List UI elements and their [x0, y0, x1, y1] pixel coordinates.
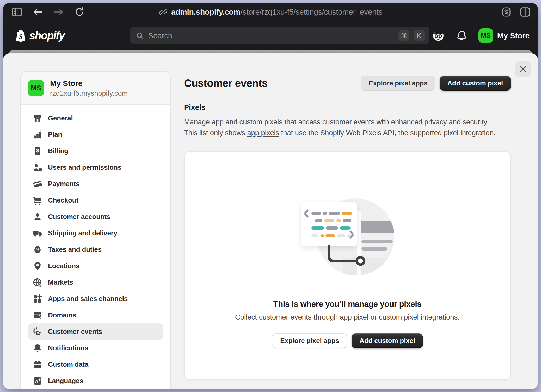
sidebar-item-label: Customer accounts — [48, 213, 110, 221]
custom-data-icon — [32, 359, 43, 370]
explore-pixel-apps-button-card[interactable]: Explore pixel apps — [272, 333, 347, 348]
sidebar-item-languages[interactable]: A Languages — [28, 373, 163, 389]
cmd-key-badge: ⌘ — [398, 30, 409, 41]
pixels-description: Manage app and custom pixels that access… — [184, 117, 511, 138]
pixels-empty-state-card: This is where you’ll manage your pixels … — [184, 151, 511, 380]
shipping-icon — [32, 228, 43, 238]
store-avatar: MS — [28, 80, 44, 96]
sidebar-toggle-icon[interactable] — [11, 6, 23, 18]
locations-icon — [32, 261, 43, 271]
plan-icon — [32, 130, 43, 140]
sidebar-item-label: General — [48, 114, 73, 122]
pixels-heading: Pixels — [184, 103, 511, 112]
notifications-icon — [32, 343, 43, 353]
sidebar-item-label: Custom data — [48, 360, 88, 369]
browser-toolbar: admin.shopify.com/store/rzq1xu-f5/settin… — [3, 3, 538, 21]
apps-icon — [32, 294, 43, 304]
svg-text:%: % — [36, 248, 39, 252]
sidebar-item-domains[interactable]: Domains — [28, 307, 163, 323]
domains-icon — [32, 310, 43, 321]
browser-window: admin.shopify.com/store/rzq1xu-f5/settin… — [3, 3, 538, 389]
customer-events-icon — [32, 327, 43, 337]
sidebar-item-billing[interactable]: $ Billing — [28, 143, 163, 159]
sidebar-item-users[interactable]: Users and permissions — [28, 159, 163, 176]
sidebar-item-shipping[interactable]: Shipping and delivery — [28, 225, 163, 241]
search-input[interactable]: Search ⌘ K — [130, 27, 429, 44]
users-icon — [32, 162, 43, 173]
logo-wordmark: shopify — [29, 29, 64, 42]
sidebar-item-taxes[interactable]: % Taxes and duties — [28, 241, 163, 258]
settings-sidebar: MS My Store rzq1xu-f5.myshopify.com Gene… — [20, 71, 171, 389]
svg-text:A: A — [35, 379, 38, 384]
browser-controls-icon[interactable] — [500, 6, 512, 18]
sidebar-item-label: Notifications — [48, 344, 88, 352]
main-content: Customer events Explore pixel apps Add c… — [184, 76, 511, 380]
close-button[interactable] — [515, 61, 531, 77]
billing-icon: $ — [32, 146, 43, 156]
sidebar-item-locations[interactable]: Locations — [28, 258, 163, 274]
account-menu[interactable]: MS My Store — [478, 28, 530, 43]
split-view-icon[interactable] — [519, 6, 531, 18]
store-card[interactable]: MS My Store rzq1xu-f5.myshopify.com — [21, 72, 170, 105]
shopify-logo[interactable]: S shopify — [15, 29, 64, 42]
search-placeholder: Search — [148, 32, 394, 40]
pixels-illustration — [298, 195, 397, 283]
sidebar-item-label: Customer events — [48, 328, 102, 336]
svg-text:$: $ — [39, 283, 42, 288]
sidebar-item-apps[interactable]: Apps and sales channels — [28, 291, 163, 307]
sidebar-item-label: Shipping and delivery — [48, 229, 117, 237]
empty-state-title: This is where you’ll manage your pixels — [273, 299, 421, 309]
sidebar-item-notifications[interactable]: Notifications — [28, 340, 163, 356]
sidebar-item-markets[interactable]: $ Markets — [28, 274, 163, 291]
sidebar-item-customer-accounts[interactable]: Customer accounts — [28, 209, 163, 225]
explore-pixel-apps-button[interactable]: Explore pixel apps — [361, 76, 435, 91]
markets-icon: $ — [32, 277, 43, 288]
store-name: My Store — [50, 79, 128, 88]
description-line2-prefix: This list only shows — [184, 129, 247, 137]
sidebar-item-label: Taxes and duties — [48, 246, 102, 254]
search-icon — [136, 32, 144, 40]
admin-header: S shopify Search ⌘ K MS My Store — [3, 21, 538, 50]
description-line1: Manage app and custom pixels that access… — [184, 118, 489, 126]
settings-modal: MS My Store rzq1xu-f5.myshopify.com Gene… — [3, 53, 538, 389]
app-pixels-link[interactable]: app pixels — [247, 129, 279, 137]
customer-accounts-icon — [32, 212, 43, 222]
sidekick-icon[interactable] — [432, 29, 445, 42]
sidebar-item-label: Apps and sales channels — [48, 295, 128, 303]
add-custom-pixel-button[interactable]: Add custom pixel — [440, 76, 511, 91]
sidebar-item-label: Billing — [48, 147, 68, 155]
checkout-icon — [32, 195, 43, 206]
store-domain: rzq1xu-f5.myshopify.com — [50, 89, 128, 97]
url-domain: admin.shopify.com — [171, 8, 241, 16]
taxes-icon: % — [32, 244, 43, 255]
sidebar-item-label: Plan — [48, 131, 62, 139]
sidebar-item-payments[interactable]: Payments — [28, 176, 163, 192]
payments-icon — [32, 179, 43, 189]
sidebar-item-custom-data[interactable]: Custom data — [28, 356, 163, 373]
notifications-bell-icon[interactable] — [456, 30, 468, 42]
close-icon — [519, 65, 527, 73]
shopify-bag-icon: S — [15, 29, 27, 42]
k-key-badge: K — [414, 30, 425, 41]
sidebar-item-label: Languages — [48, 377, 83, 385]
back-button[interactable] — [32, 6, 44, 18]
reload-button[interactable] — [73, 6, 85, 18]
add-custom-pixel-button-card[interactable]: Add custom pixel — [352, 333, 423, 348]
sidebar-item-label: Checkout — [48, 196, 78, 204]
sidebar-item-label: Users and permissions — [48, 163, 121, 172]
sidebar-item-customer-events[interactable]: Customer events — [28, 323, 163, 340]
sidebar-item-plan[interactable]: Plan — [28, 126, 163, 143]
sidebar-item-label: Domains — [48, 311, 76, 319]
sidebar-item-label: Payments — [48, 180, 79, 188]
sidebar-item-general[interactable]: General — [28, 110, 163, 126]
account-avatar: MS — [478, 28, 493, 43]
url-path: /store/rzq1xu-f5/settings/customer_event… — [241, 8, 383, 16]
settings-menu: General Plan $ Billing Users and permiss… — [21, 105, 170, 389]
sidebar-item-checkout[interactable]: Checkout — [28, 192, 163, 209]
page-title: Customer events — [184, 77, 268, 89]
store-icon — [32, 113, 43, 124]
svg-text:S: S — [19, 33, 22, 40]
forward-button[interactable] — [53, 6, 65, 18]
empty-state-subtitle: Collect customer events through app pixe… — [235, 313, 460, 321]
link-icon — [159, 8, 168, 16]
